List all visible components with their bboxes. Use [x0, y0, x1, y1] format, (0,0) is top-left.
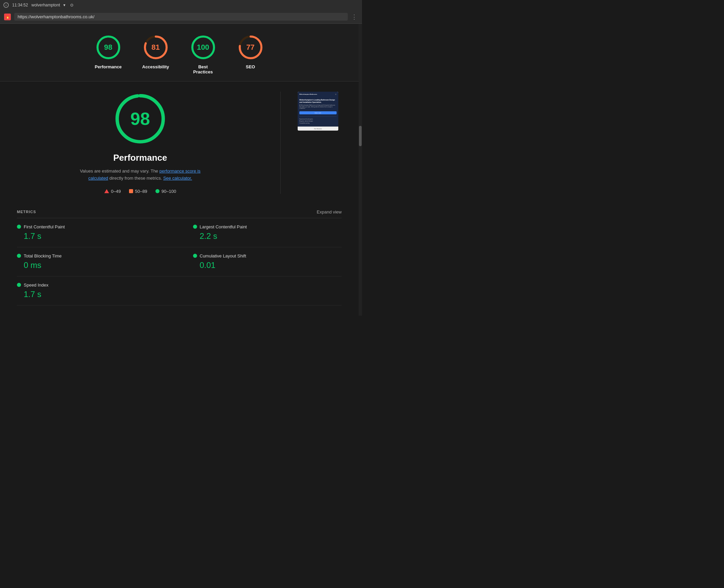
score-item-best-practices: 100 BestPractices [189, 34, 217, 75]
legend-icon-high [156, 189, 160, 193]
legend-item-low: 0–49 [104, 189, 121, 194]
metrics-section: METRICS Expand view First Contentful Pai… [0, 204, 359, 316]
metric-fcp-name-row: First Contentful Paint [17, 224, 173, 229]
legend-icon-low [104, 189, 109, 193]
metric-tbt-value: 0 ms [17, 260, 173, 270]
metric-si-dot [17, 283, 21, 287]
tab-title: wolverhamptont [32, 3, 60, 7]
metric-cls: Cumulative Layout Shift 0.01 [180, 247, 342, 276]
metrics-header: METRICS Expand view [17, 204, 342, 218]
metric-si-name-row: Speed Index [17, 282, 173, 288]
accessibility-label: Accessibility [142, 64, 169, 69]
metric-tbt-dot [17, 254, 21, 258]
metric-fcp-name: First Contentful Paint [24, 224, 65, 229]
add-tab-button[interactable]: + [3, 2, 9, 8]
preview-headline: Wolverhampton's Leading Bathroom Design … [299, 99, 337, 103]
feature-3: Competitive pricing [299, 122, 337, 124]
performance-label: Performance [95, 64, 122, 69]
expand-view-button[interactable]: Expand view [317, 209, 342, 214]
legend-item-high: 90–100 [156, 189, 176, 194]
score-section: 98 Performance 81 Accessibility [0, 24, 359, 81]
performance-score-number: 98 [104, 43, 112, 52]
score-item-accessibility: 81 Accessibility [142, 34, 169, 75]
legend-icon-medium [129, 189, 133, 193]
metric-lcp-dot [193, 225, 197, 229]
score-circle-seo: 77 [237, 34, 264, 61]
best-practices-score-number: 100 [197, 43, 209, 52]
metric-fcp-dot [17, 225, 21, 229]
dropdown-arrow[interactable]: ▾ [63, 3, 65, 7]
time-display: 11:34:52 [12, 3, 28, 7]
vertical-divider [280, 92, 281, 194]
preview-close: ✕ [335, 93, 337, 96]
metric-lcp-name: Largest Contentful Paint [200, 224, 247, 229]
stop-icon[interactable]: ⊙ [70, 3, 74, 7]
detail-description: Values are estimated and may vary. The p… [76, 168, 204, 182]
accessibility-score-number: 81 [152, 43, 160, 52]
metric-fcp-value: 1.7 s [17, 231, 173, 241]
legend-label-high: 90–100 [162, 189, 176, 194]
score-circle-performance: 98 [95, 34, 122, 61]
detail-desc-between: directly from these metrics. [109, 175, 162, 181]
metric-lcp-name-row: Largest Contentful Paint [193, 224, 335, 229]
metric-si-value: 1.7 s [17, 290, 173, 299]
metric-tbt: Total Blocking Time 0 ms [17, 247, 180, 276]
detail-title: Performance [114, 152, 167, 163]
browser-logo-symbol: 🔥 [6, 15, 9, 19]
detail-desc-text: Values are estimated and may vary. The [80, 168, 158, 173]
metric-lcp: Largest Contentful Paint 2.2 s [180, 218, 342, 247]
metric-cls-value: 0.01 [193, 260, 335, 270]
preview-button: learn more [299, 111, 337, 114]
metric-fcp: First Contentful Paint 1.7 s [17, 218, 180, 247]
browser-bar: 🔥 https://wolverhamptonbathrooms.co.uk/ … [0, 10, 362, 24]
score-circle-best-practices: 100 [189, 34, 217, 61]
metric-lcp-value: 2.2 s [193, 231, 335, 241]
seo-score-number: 77 [246, 43, 254, 52]
browser-logo: 🔥 [4, 14, 11, 20]
score-circle-accessibility: 81 [142, 34, 169, 61]
score-legend: 0–49 50–89 90–100 [104, 189, 176, 194]
legend-label-medium: 50–89 [135, 189, 147, 194]
legend-label-low: 0–49 [111, 189, 121, 194]
detail-section: 98 Performance Values are estimated and … [0, 82, 359, 204]
big-score-circle: 98 [113, 92, 167, 146]
best-practices-label: BestPractices [193, 64, 213, 75]
scrollbar-thumb[interactable] [359, 126, 362, 146]
metric-cls-name: Cumulative Layout Shift [200, 253, 246, 258]
preview-body-text: At Wolverhampton Bathrooms we design and… [299, 105, 337, 109]
metric-si: Speed Index 1.7 s [17, 276, 180, 306]
metric-si-name: Speed Index [24, 282, 48, 288]
score-item-performance: 98 Performance [95, 34, 122, 75]
metric-tbt-name-row: Total Blocking Time [17, 253, 173, 258]
metric-empty [180, 276, 342, 306]
content-area: 98 Performance 81 Accessibility [0, 24, 359, 316]
main-layout: 98 Performance 81 Accessibility [0, 24, 362, 316]
metrics-title: METRICS [17, 210, 36, 214]
seo-label: SEO [246, 64, 255, 69]
site-preview-container: Wolverhampton Bathrooms ✕ Wolverhampton'… [298, 92, 342, 131]
title-bar: + 11:34:52 wolverhamptont ▾ ⊙ [0, 0, 362, 10]
preview-body: Wolverhampton's Leading Bathroom Design … [298, 97, 338, 127]
metric-tbt-name: Total Blocking Time [24, 253, 62, 258]
preview-header: Wolverhampton Bathrooms ✕ [298, 92, 338, 97]
metrics-grid: First Contentful Paint 1.7 s Largest Con… [17, 218, 342, 306]
detail-left: 98 Performance Values are estimated and … [17, 92, 263, 194]
score-item-seo: 77 SEO [237, 34, 264, 75]
site-preview: Wolverhampton Bathrooms ✕ Wolverhampton'… [298, 92, 338, 131]
preview-footer: Our Services [298, 127, 338, 131]
url-bar[interactable]: https://wolverhamptonbathrooms.co.uk/ [14, 13, 348, 21]
metric-cls-dot [193, 254, 197, 258]
preview-logo: Wolverhampton Bathrooms [299, 93, 317, 95]
big-score-number: 98 [130, 109, 150, 129]
legend-item-medium: 50–89 [129, 189, 147, 194]
scrollbar[interactable] [359, 24, 362, 316]
metric-cls-name-row: Cumulative Layout Shift [193, 253, 335, 258]
preview-features: Experienced local experts Bespoke, tailo… [299, 117, 337, 125]
browser-menu-button[interactable]: ⋮ [351, 13, 358, 21]
calculator-link[interactable]: See calculator. [163, 175, 192, 181]
